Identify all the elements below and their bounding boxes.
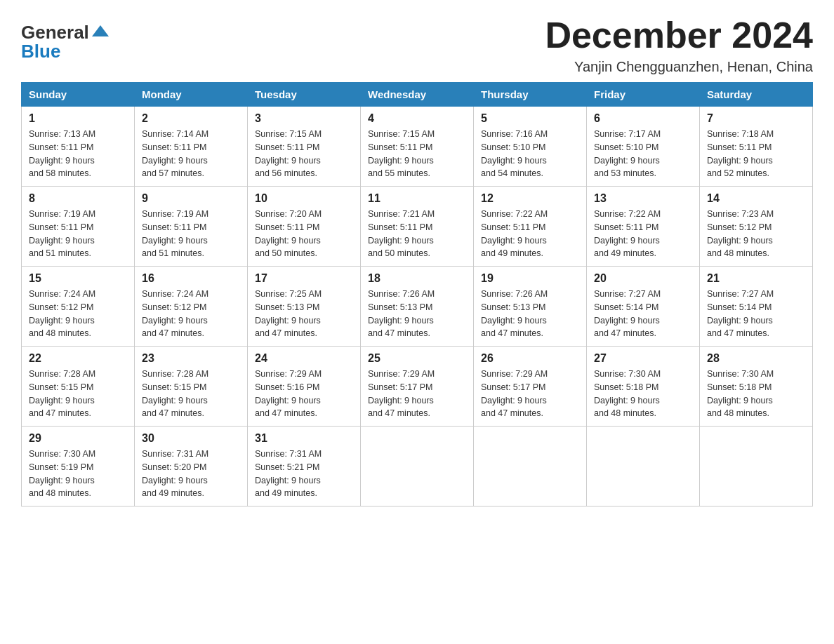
day-info: Sunrise: 7:15 AMSunset: 5:11 PMDaylight:… bbox=[255, 128, 353, 180]
table-row: 24 Sunrise: 7:29 AMSunset: 5:16 PMDaylig… bbox=[248, 347, 361, 427]
day-info: Sunrise: 7:19 AMSunset: 5:11 PMDaylight:… bbox=[29, 208, 127, 260]
day-number: 25 bbox=[368, 352, 466, 365]
day-info: Sunrise: 7:14 AMSunset: 5:11 PMDaylight:… bbox=[142, 128, 240, 180]
day-number: 8 bbox=[29, 192, 127, 205]
table-row: 28 Sunrise: 7:30 AMSunset: 5:18 PMDaylig… bbox=[700, 347, 813, 427]
table-row: 22 Sunrise: 7:28 AMSunset: 5:15 PMDaylig… bbox=[22, 347, 135, 427]
table-row bbox=[474, 427, 587, 507]
day-number: 14 bbox=[707, 192, 805, 205]
table-row: 18 Sunrise: 7:26 AMSunset: 5:13 PMDaylig… bbox=[361, 267, 474, 347]
day-number: 12 bbox=[481, 192, 579, 205]
table-row: 23 Sunrise: 7:28 AMSunset: 5:15 PMDaylig… bbox=[135, 347, 248, 427]
calendar-week-row: 1 Sunrise: 7:13 AMSunset: 5:11 PMDayligh… bbox=[22, 107, 813, 187]
day-info: Sunrise: 7:22 AMSunset: 5:11 PMDaylight:… bbox=[481, 208, 579, 260]
day-info: Sunrise: 7:30 AMSunset: 5:18 PMDaylight:… bbox=[594, 368, 692, 420]
table-row: 15 Sunrise: 7:24 AMSunset: 5:12 PMDaylig… bbox=[22, 267, 135, 347]
day-info: Sunrise: 7:13 AMSunset: 5:11 PMDaylight:… bbox=[29, 128, 127, 180]
day-number: 11 bbox=[368, 192, 466, 205]
day-info: Sunrise: 7:19 AMSunset: 5:11 PMDaylight:… bbox=[142, 208, 240, 260]
day-number: 15 bbox=[29, 272, 127, 285]
day-number: 29 bbox=[29, 432, 127, 445]
table-row: 8 Sunrise: 7:19 AMSunset: 5:11 PMDayligh… bbox=[22, 187, 135, 267]
col-saturday: Saturday bbox=[700, 83, 813, 107]
day-info: Sunrise: 7:24 AMSunset: 5:12 PMDaylight:… bbox=[29, 288, 127, 340]
day-number: 24 bbox=[255, 352, 353, 365]
col-sunday: Sunday bbox=[22, 83, 135, 107]
day-info: Sunrise: 7:28 AMSunset: 5:15 PMDaylight:… bbox=[142, 368, 240, 420]
day-number: 2 bbox=[142, 112, 240, 125]
table-row: 31 Sunrise: 7:31 AMSunset: 5:21 PMDaylig… bbox=[248, 427, 361, 507]
logo-arrow-icon bbox=[91, 21, 110, 43]
table-row: 16 Sunrise: 7:24 AMSunset: 5:12 PMDaylig… bbox=[135, 267, 248, 347]
calendar-week-row: 15 Sunrise: 7:24 AMSunset: 5:12 PMDaylig… bbox=[22, 267, 813, 347]
day-info: Sunrise: 7:29 AMSunset: 5:17 PMDaylight:… bbox=[481, 368, 579, 420]
day-number: 31 bbox=[255, 432, 353, 445]
table-row: 7 Sunrise: 7:18 AMSunset: 5:11 PMDayligh… bbox=[700, 107, 813, 187]
day-info: Sunrise: 7:29 AMSunset: 5:16 PMDaylight:… bbox=[255, 368, 353, 420]
day-number: 13 bbox=[594, 192, 692, 205]
day-number: 6 bbox=[594, 112, 692, 125]
table-row: 17 Sunrise: 7:25 AMSunset: 5:13 PMDaylig… bbox=[248, 267, 361, 347]
day-number: 21 bbox=[707, 272, 805, 285]
day-number: 20 bbox=[594, 272, 692, 285]
calendar-title: December 2024 bbox=[545, 14, 813, 56]
table-row: 1 Sunrise: 7:13 AMSunset: 5:11 PMDayligh… bbox=[22, 107, 135, 187]
day-number: 7 bbox=[707, 112, 805, 125]
day-info: Sunrise: 7:15 AMSunset: 5:11 PMDaylight:… bbox=[368, 128, 466, 180]
calendar-subtitle: Yanjin Chengguanzhen, Henan, China bbox=[545, 59, 813, 75]
table-row: 26 Sunrise: 7:29 AMSunset: 5:17 PMDaylig… bbox=[474, 347, 587, 427]
col-tuesday: Tuesday bbox=[248, 83, 361, 107]
table-row: 12 Sunrise: 7:22 AMSunset: 5:11 PMDaylig… bbox=[474, 187, 587, 267]
day-number: 27 bbox=[594, 352, 692, 365]
col-monday: Monday bbox=[135, 83, 248, 107]
day-info: Sunrise: 7:17 AMSunset: 5:10 PMDaylight:… bbox=[594, 128, 692, 180]
table-row bbox=[361, 427, 474, 507]
table-row: 29 Sunrise: 7:30 AMSunset: 5:19 PMDaylig… bbox=[22, 427, 135, 507]
day-number: 17 bbox=[255, 272, 353, 285]
calendar-header-row: Sunday Monday Tuesday Wednesday Thursday… bbox=[22, 83, 813, 107]
table-row: 21 Sunrise: 7:27 AMSunset: 5:14 PMDaylig… bbox=[700, 267, 813, 347]
day-info: Sunrise: 7:30 AMSunset: 5:18 PMDaylight:… bbox=[707, 368, 805, 420]
logo: General Blue bbox=[21, 21, 110, 62]
logo-blue-text: Blue bbox=[21, 41, 60, 62]
table-row bbox=[700, 427, 813, 507]
day-number: 4 bbox=[368, 112, 466, 125]
day-info: Sunrise: 7:23 AMSunset: 5:12 PMDaylight:… bbox=[707, 208, 805, 260]
table-row: 10 Sunrise: 7:20 AMSunset: 5:11 PMDaylig… bbox=[248, 187, 361, 267]
day-info: Sunrise: 7:18 AMSunset: 5:11 PMDaylight:… bbox=[707, 128, 805, 180]
calendar-week-row: 22 Sunrise: 7:28 AMSunset: 5:15 PMDaylig… bbox=[22, 347, 813, 427]
day-number: 3 bbox=[255, 112, 353, 125]
day-info: Sunrise: 7:16 AMSunset: 5:10 PMDaylight:… bbox=[481, 128, 579, 180]
day-number: 28 bbox=[707, 352, 805, 365]
day-info: Sunrise: 7:21 AMSunset: 5:11 PMDaylight:… bbox=[368, 208, 466, 260]
table-row: 19 Sunrise: 7:26 AMSunset: 5:13 PMDaylig… bbox=[474, 267, 587, 347]
day-info: Sunrise: 7:27 AMSunset: 5:14 PMDaylight:… bbox=[707, 288, 805, 340]
title-block: December 2024 Yanjin Chengguanzhen, Hena… bbox=[545, 14, 813, 75]
day-number: 1 bbox=[29, 112, 127, 125]
logo-general-text: General bbox=[21, 22, 89, 43]
table-row: 2 Sunrise: 7:14 AMSunset: 5:11 PMDayligh… bbox=[135, 107, 248, 187]
table-row: 13 Sunrise: 7:22 AMSunset: 5:11 PMDaylig… bbox=[587, 187, 700, 267]
day-number: 18 bbox=[368, 272, 466, 285]
table-row bbox=[587, 427, 700, 507]
day-info: Sunrise: 7:22 AMSunset: 5:11 PMDaylight:… bbox=[594, 208, 692, 260]
day-number: 5 bbox=[481, 112, 579, 125]
day-info: Sunrise: 7:26 AMSunset: 5:13 PMDaylight:… bbox=[368, 288, 466, 340]
day-info: Sunrise: 7:30 AMSunset: 5:19 PMDaylight:… bbox=[29, 448, 127, 500]
table-row: 14 Sunrise: 7:23 AMSunset: 5:12 PMDaylig… bbox=[700, 187, 813, 267]
svg-marker-0 bbox=[92, 25, 109, 36]
calendar-week-row: 8 Sunrise: 7:19 AMSunset: 5:11 PMDayligh… bbox=[22, 187, 813, 267]
col-friday: Friday bbox=[587, 83, 700, 107]
day-number: 22 bbox=[29, 352, 127, 365]
col-thursday: Thursday bbox=[474, 83, 587, 107]
page-header: General Blue December 2024 Yanjin Chengg… bbox=[21, 14, 813, 75]
table-row: 27 Sunrise: 7:30 AMSunset: 5:18 PMDaylig… bbox=[587, 347, 700, 427]
day-number: 10 bbox=[255, 192, 353, 205]
day-number: 26 bbox=[481, 352, 579, 365]
day-info: Sunrise: 7:24 AMSunset: 5:12 PMDaylight:… bbox=[142, 288, 240, 340]
day-number: 30 bbox=[142, 432, 240, 445]
col-wednesday: Wednesday bbox=[361, 83, 474, 107]
table-row: 6 Sunrise: 7:17 AMSunset: 5:10 PMDayligh… bbox=[587, 107, 700, 187]
calendar-table: Sunday Monday Tuesday Wednesday Thursday… bbox=[21, 82, 813, 507]
table-row: 20 Sunrise: 7:27 AMSunset: 5:14 PMDaylig… bbox=[587, 267, 700, 347]
